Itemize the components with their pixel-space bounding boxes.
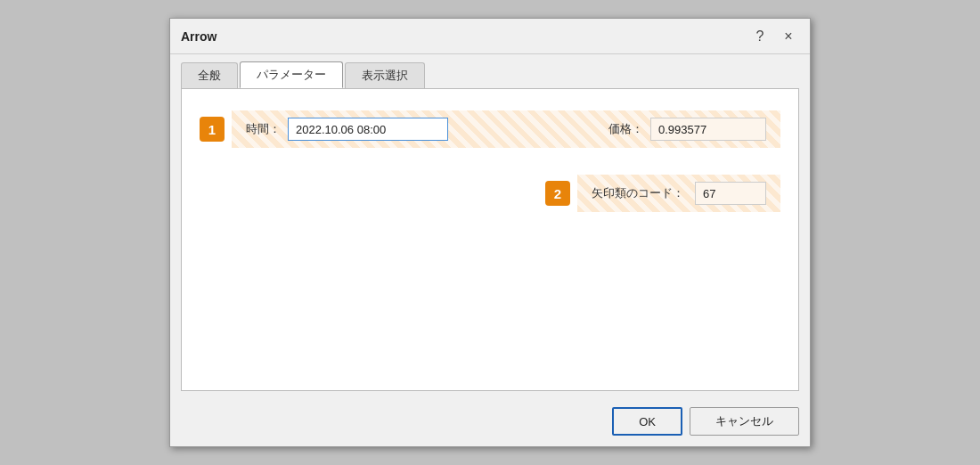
cancel-button[interactable]: キャンセル xyxy=(690,407,799,436)
row-content-1: 時間： 価格： xyxy=(232,110,780,148)
row-badge-2: 2 xyxy=(545,181,570,206)
time-field-group: 時間： xyxy=(246,118,448,141)
title-bar: Arrow ? × xyxy=(170,19,810,54)
content-area: 1 時間： 価格： 2 矢印類のコード： xyxy=(181,88,799,391)
price-input[interactable] xyxy=(650,118,766,141)
price-label: 価格： xyxy=(608,121,643,137)
button-bar: OK キャンセル xyxy=(170,402,810,446)
time-input[interactable] xyxy=(288,118,448,141)
ok-button[interactable]: OK xyxy=(612,407,682,436)
param-row-2: 2 矢印類のコード： xyxy=(200,175,780,212)
arrow-code-label: 矢印類のコード： xyxy=(592,185,684,201)
title-bar-right: ? × xyxy=(749,26,799,47)
close-button[interactable]: × xyxy=(778,26,799,47)
dialog-window: Arrow ? × 全般 パラメーター 表示選択 1 時間： xyxy=(169,18,811,447)
tab-general[interactable]: 全般 xyxy=(181,62,238,88)
row-badge-1: 1 xyxy=(200,117,225,142)
tab-display[interactable]: 表示選択 xyxy=(345,62,425,88)
tab-bar: 全般 パラメーター 表示選択 xyxy=(170,54,810,88)
param-row-1: 1 時間： 価格： xyxy=(200,110,780,148)
dialog-title: Arrow xyxy=(181,29,216,44)
row-content-2: 矢印類のコード： xyxy=(577,175,780,212)
price-field-group: 価格： xyxy=(608,118,766,141)
title-bar-left: Arrow xyxy=(181,29,216,44)
tab-parameters[interactable]: パラメーター xyxy=(240,61,343,88)
help-button[interactable]: ? xyxy=(749,26,771,47)
time-label: 時間： xyxy=(246,121,281,137)
arrow-code-input[interactable] xyxy=(695,182,766,205)
